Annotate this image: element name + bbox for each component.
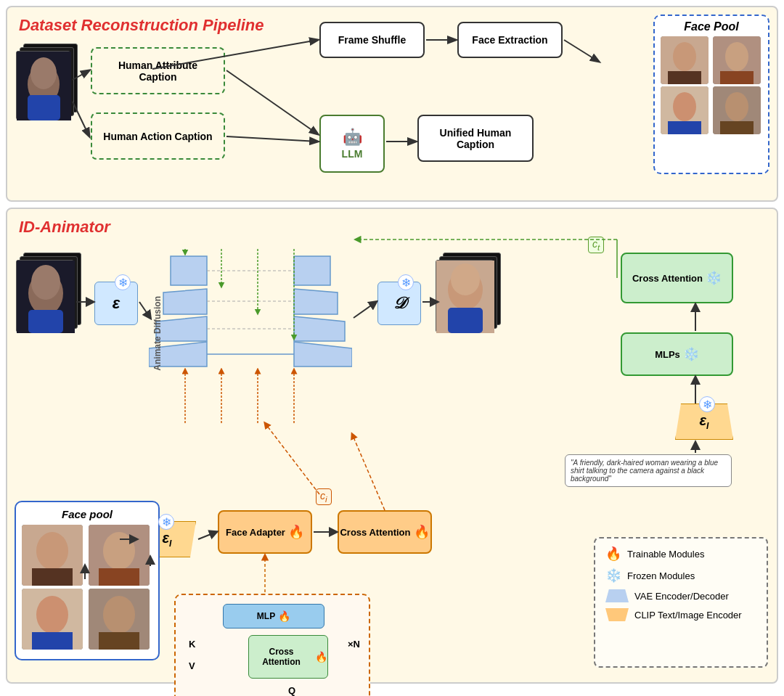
unified-human-caption-box: Unified Human Caption [417, 115, 534, 162]
clip-legend-shape [605, 608, 629, 621]
svg-point-5 [673, 42, 696, 71]
svg-line-18 [226, 70, 318, 134]
top-section: Dataset Reconstruction Pipeline Human At… [6, 6, 778, 202]
svg-point-2 [30, 57, 57, 89]
face-grid-bottom [22, 525, 152, 650]
svg-rect-9 [720, 71, 754, 84]
legend-trainable: 🔥 Trainable Modules [605, 546, 756, 562]
human-attribute-caption-label: Human Attribute Caption [99, 57, 216, 86]
v-label: V [189, 660, 195, 671]
times-n-label: ×N [348, 639, 360, 650]
decoder-d-box: 𝒟 [377, 282, 421, 325]
human-action-caption-box: Human Action Caption [91, 112, 225, 160]
legend-frozen: ❄️ Frozen Modules [605, 568, 756, 584]
robot-icon: 🤖 [343, 128, 362, 147]
legend-clip: CLIP Text/Image Encoder [605, 608, 756, 621]
decoder-snowflake: ❄ [398, 274, 414, 290]
face-adapter-label: Face Adapter [226, 527, 285, 538]
encoder-e-label: ε [113, 294, 121, 313]
face-cell-b3 [22, 589, 83, 650]
face-pool-title: Face Pool [684, 20, 739, 33]
face-cell-1 [661, 36, 709, 84]
face-cell-b1 [22, 525, 83, 586]
svg-point-53 [36, 532, 68, 570]
caption-text: "A friendly, dark-haired woman wearing a… [571, 459, 718, 483]
face-pool-top: Face Pool [653, 15, 769, 174]
mlps-box: MLPs ❄️ [621, 332, 733, 376]
face-cell-b2 [89, 525, 150, 586]
legend-clip-label: CLIP Text/Image Encoder [634, 610, 742, 621]
cross-attention-main-box: Cross Attention 🔥 [338, 510, 432, 554]
svg-point-62 [103, 596, 135, 634]
ct-text: ct [592, 238, 600, 250]
fire-icon-legend: 🔥 [605, 546, 621, 562]
mlps-label: MLPs [655, 349, 680, 360]
svg-rect-51 [448, 308, 483, 333]
svg-point-11 [673, 92, 696, 121]
legend-vae: VAE Encoder/Decoder [605, 589, 756, 602]
mlp-inner-box: MLP 🔥 [223, 604, 324, 629]
decoder-d-label: 𝒟 [393, 294, 406, 313]
face-pool-bottom-title: Face pool [62, 508, 113, 520]
svg-rect-57 [99, 568, 139, 586]
k-label: K [189, 639, 195, 650]
face-adapter-detail-box: MLP 🔥 K V Cross Attention 🔥 Q ×N 🔥 … Fac… [174, 594, 370, 696]
encoder-snowflake: ❄ [115, 274, 131, 290]
human-attribute-caption-box: Human Attribute Caption [91, 47, 225, 94]
svg-rect-15 [720, 121, 754, 134]
cross-attention-fire: 🔥 [414, 524, 430, 540]
face-grid-top [661, 36, 762, 134]
svg-marker-29 [163, 289, 207, 314]
legend-box: 🔥 Trainable Modules ❄️ Frozen Modules VA… [594, 537, 768, 668]
ei-left-snowflake: ❄ [158, 514, 174, 530]
svg-rect-27 [28, 310, 63, 333]
ei-right-label: εI [700, 412, 709, 431]
svg-rect-54 [32, 568, 73, 586]
cross-attention-top-right-label: Cross Attention [632, 273, 703, 284]
mlp-inner-label: MLP [257, 611, 275, 621]
svg-marker-32 [294, 256, 330, 285]
svg-line-73 [352, 434, 385, 510]
svg-line-19 [226, 136, 318, 142]
legend-vae-label: VAE Encoder/Decoder [634, 591, 729, 602]
human-action-caption-label: Human Action Caption [100, 128, 215, 145]
vae-legend-shape [605, 589, 629, 602]
svg-line-70 [198, 532, 216, 539]
svg-rect-3 [28, 95, 60, 120]
snowflake-icon-legend: ❄️ [605, 568, 621, 584]
frame-shuffle-box: Frame Shuffle [319, 22, 425, 58]
mlp-fire: 🔥 [278, 610, 290, 622]
encoder-e-box: ε [94, 282, 138, 325]
legend-trainable-label: Trainable Modules [627, 549, 704, 560]
cross-attention-top-right-box: Cross Attention ❄️ [621, 253, 733, 303]
cross-attention-top-snowflake: ❄️ [706, 270, 722, 286]
video-stack-bottom-input [16, 253, 81, 332]
bottom-section-title: ID-Animator [19, 218, 765, 237]
face-extraction-label: Face Extraction [472, 34, 547, 46]
video-stack-top [16, 44, 81, 123]
svg-marker-30 [156, 316, 207, 341]
svg-line-22 [564, 40, 599, 62]
caption-text-box: "A friendly, dark-haired woman wearing a… [565, 454, 732, 487]
svg-rect-63 [99, 632, 139, 650]
unet-svg [149, 249, 352, 423]
svg-point-50 [451, 263, 480, 295]
svg-point-59 [36, 596, 68, 634]
video-stack-output [436, 253, 501, 332]
svg-point-26 [31, 265, 60, 300]
svg-marker-28 [171, 256, 207, 285]
face-pool-bottom: Face pool [15, 501, 160, 660]
svg-rect-12 [668, 121, 701, 134]
svg-marker-35 [294, 342, 352, 367]
mlps-snowflake: ❄️ [683, 346, 699, 362]
animate-diffusion-label: Animate Diffusion [152, 296, 163, 371]
ei-left-label: εI [163, 530, 172, 549]
svg-line-66 [354, 302, 376, 318]
face-cell-4 [713, 86, 761, 134]
cross-attention-inner-box: Cross Attention 🔥 [248, 635, 328, 679]
cross-attention-main-label: Cross Attention [340, 527, 410, 538]
legend-frozen-label: Frozen Modules [627, 570, 695, 581]
face-extraction-box: Face Extraction [457, 22, 563, 58]
face-cell-2 [713, 36, 761, 84]
svg-point-14 [725, 92, 748, 121]
